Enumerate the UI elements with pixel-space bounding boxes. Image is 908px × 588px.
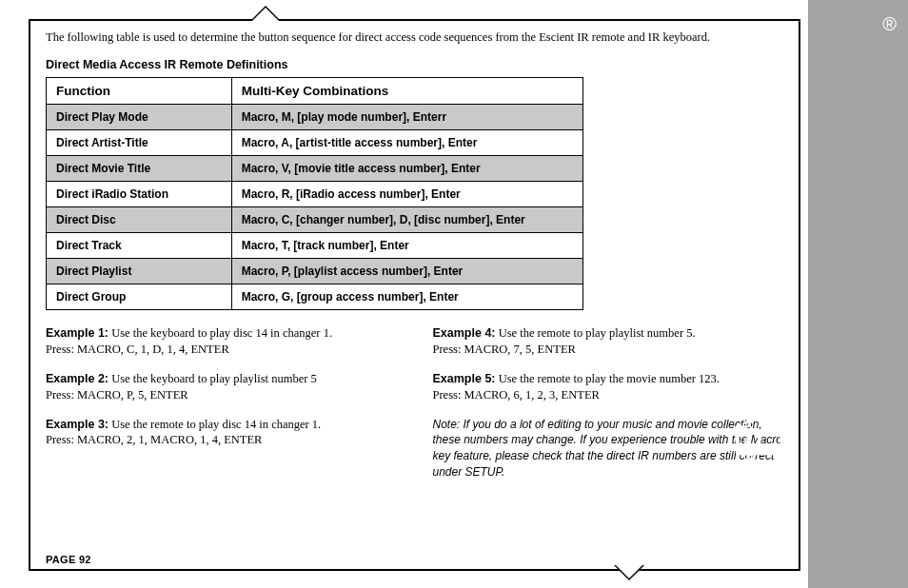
example-text: Use the keyboard to play disc 14 in chan… — [109, 326, 332, 340]
table-heading: Direct Media Access IR Remote Definition… — [46, 58, 789, 71]
example-press: Press: MACRO, 2, 1, MACRO, 1, 4, ENTER — [46, 433, 262, 446]
table-row: Direct PlaylistMacro, P, [playlist acces… — [47, 259, 583, 284]
example: Example 1: Use the keyboard to play disc… — [46, 325, 403, 358]
brand-logo: ESCIENT — [718, 172, 800, 462]
table-header-row: Function Multi-Key Combinations — [47, 78, 583, 105]
example-press: Press: MACRO, 7, 5, ENTER — [433, 343, 576, 356]
page-number: PAGE 92 — [46, 554, 91, 565]
definitions-table: Function Multi-Key Combinations Direct P… — [46, 77, 583, 310]
registered-mark: ® — [882, 13, 897, 35]
example-label: Example 5: — [433, 372, 496, 385]
example-text: Use the remote to play the movie number … — [496, 372, 720, 385]
cell-combo: Macro, P, [playlist access number], Ente… — [231, 259, 582, 284]
table-row: Direct Movie TitleMacro, V, [movie title… — [47, 156, 583, 182]
table-row: Direct Play ModeMacro, M, [play mode num… — [47, 105, 583, 130]
manual-subtitle: FireBall™ DVDM-100 User's Manual — [741, 286, 756, 496]
table-row: Direct TrackMacro, T, [track number], En… — [47, 233, 583, 259]
example: Example 2: Use the keyboard to play play… — [46, 371, 403, 403]
cell-combo: Macro, M, [play mode number], Enterr — [231, 105, 582, 130]
cell-combo: Macro, V, [movie title access number], E… — [231, 156, 582, 182]
header-function: Function — [47, 78, 232, 105]
cell-combo: Macro, G, [group access number], Enter — [231, 284, 582, 310]
examples-left-column: Example 1: Use the keyboard to play disc… — [46, 325, 403, 480]
example: Example 3: Use the remote to play disc 1… — [46, 417, 403, 449]
example-label: Example 1: — [46, 326, 109, 340]
cell-function: Direct Artist-Title — [47, 130, 232, 156]
example-label: Example 4: — [433, 326, 496, 340]
example-press: Press: MACRO, P, 5, ENTER — [46, 388, 188, 402]
table-row: Direct GroupMacro, G, [group access numb… — [47, 284, 583, 310]
sidebar: ® ESCIENT FireBall™ DVDM-100 User's Manu… — [808, 0, 908, 588]
cell-function: Direct Playlist — [47, 259, 232, 284]
table-row: Direct Artist-TitleMacro, A, [artist-tit… — [47, 130, 583, 156]
cell-function: Direct Movie Title — [47, 156, 232, 182]
cell-function: Direct iRadio Station — [47, 182, 232, 207]
table-row: Direct DiscMacro, C, [changer number], D… — [47, 207, 583, 233]
cell-function: Direct Disc — [47, 207, 232, 233]
header-combos: Multi-Key Combinations — [231, 78, 582, 105]
page-content: The following table is used to determine… — [0, 0, 808, 588]
example-press: Press: MACRO, 6, 1, 2, 3, ENTER — [433, 388, 600, 402]
bottom-notch-fill — [616, 565, 642, 578]
example-press: Press: MACRO, C, 1, D, 1, 4, ENTER — [46, 343, 229, 356]
table-row: Direct iRadio StationMacro, R, [iRadio a… — [47, 182, 583, 207]
top-notch-fill — [252, 8, 279, 21]
cell-combo: Macro, T, [track number], Enter — [231, 233, 582, 259]
intro-text: The following table is used to determine… — [46, 30, 789, 45]
example-text: Use the keyboard to play playlist number… — [109, 372, 317, 385]
examples-section: Example 1: Use the keyboard to play disc… — [46, 325, 789, 480]
example-label: Example 3: — [46, 418, 109, 431]
cell-function: Direct Play Mode — [47, 105, 232, 130]
example-label: Example 2: — [46, 372, 109, 385]
cell-function: Direct Track — [47, 233, 232, 259]
cell-combo: Macro, C, [changer number], D, [disc num… — [231, 207, 582, 233]
cell-combo: Macro, A, [artist-title access number], … — [231, 130, 582, 156]
cell-function: Direct Group — [47, 284, 232, 310]
example-text: Use the remote to play playlist number 5… — [496, 326, 696, 340]
cell-combo: Macro, R, [iRadio access number], Enter — [231, 182, 582, 207]
example-text: Use the remote to play disc 14 in change… — [109, 418, 321, 431]
